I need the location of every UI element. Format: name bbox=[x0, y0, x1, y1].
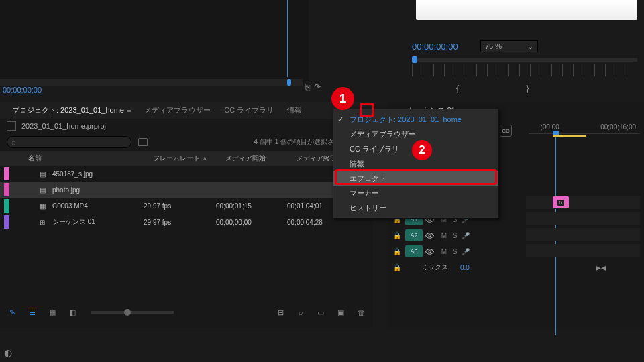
tab-cc-libraries[interactable]: CC ライブラリ bbox=[217, 103, 280, 118]
track-lane-a1[interactable] bbox=[526, 212, 640, 225]
menu-item-project[interactable]: プロジェクト: 2023_01_01_home bbox=[333, 112, 498, 127]
status-icon[interactable]: ◐ bbox=[4, 347, 12, 358]
track-a2[interactable]: 🔒 A2 M S 🎤 bbox=[392, 228, 640, 243]
menu-item-markers[interactable]: マーカー bbox=[333, 186, 498, 200]
annotation-highlight-1 bbox=[360, 103, 374, 117]
cc-badge[interactable]: CC bbox=[500, 125, 512, 137]
search-input[interactable]: ⌕ bbox=[7, 136, 131, 148]
track-label-a3[interactable]: A3 bbox=[405, 245, 423, 257]
project-row[interactable]: ▦ C0003.MP4 29.97 fps 00;00;01;15 00;01;… bbox=[0, 198, 373, 214]
lift-icon[interactable]: ⎘ bbox=[305, 82, 310, 92]
voice-record-icon[interactable]: 🎤 bbox=[460, 248, 471, 255]
panel-menu-icon[interactable]: ≡ bbox=[127, 106, 131, 114]
clip-photo[interactable]: fx bbox=[553, 196, 569, 208]
track-lane-v1[interactable]: fx bbox=[526, 196, 640, 209]
source-monitor bbox=[0, 0, 309, 86]
project-footer: ✎ ☰ ▦ ◧ ⊟ ⌕ ▭ ▣ 🗑 bbox=[0, 304, 366, 321]
project-row[interactable]: ▤ photo.jpg bbox=[0, 182, 373, 198]
label-swatch[interactable] bbox=[4, 215, 9, 229]
label-swatch[interactable] bbox=[4, 199, 9, 213]
mark-out-icon[interactable]: } bbox=[526, 83, 529, 93]
voice-record-icon[interactable]: 🎤 bbox=[460, 232, 471, 239]
menu-item-history[interactable]: ヒストリー bbox=[333, 200, 498, 215]
mute-button[interactable]: M bbox=[439, 232, 449, 239]
search-icon: ⌕ bbox=[11, 138, 16, 146]
timeline-ruler[interactable]: ;00;00 00;00;16;00 bbox=[529, 123, 640, 134]
menu-item-media-browser[interactable]: メディアブラウザー bbox=[333, 127, 498, 141]
mix-track[interactable]: 🔒 ミックス 0.0 ▶◀ bbox=[392, 260, 640, 275]
tab-info[interactable]: 情報 bbox=[280, 103, 309, 118]
svg-point-3 bbox=[429, 250, 431, 252]
find-icon[interactable]: ⌕ bbox=[295, 307, 306, 318]
col-media-start[interactable]: メディア開始 bbox=[225, 154, 297, 163]
col-frame-rate[interactable]: フレームレート∧ bbox=[153, 154, 225, 163]
source-timecode[interactable]: 00;00;00;00 bbox=[3, 86, 42, 94]
program-timecode[interactable]: 00;00;00;00 bbox=[412, 42, 458, 52]
toggle-output-icon[interactable] bbox=[425, 231, 439, 240]
freeform-view-icon[interactable]: ◧ bbox=[67, 307, 78, 318]
annotation-badge-2: 2 bbox=[412, 140, 432, 160]
video-icon: ▦ bbox=[38, 201, 47, 210]
project-file-icon[interactable] bbox=[7, 121, 16, 131]
panel-overflow-menu: プロジェクト: 2023_01_01_home メディアブラウザー CC ライブ… bbox=[333, 109, 499, 219]
solo-button[interactable]: S bbox=[449, 248, 460, 255]
track-a3[interactable]: 🔒 A3 M S 🎤 bbox=[392, 244, 640, 259]
program-monitor: 00;00;00;00 75 % ⌄ { } bbox=[402, 0, 644, 101]
lock-icon[interactable]: 🔒 bbox=[392, 232, 402, 239]
sequence-icon: ⊞ bbox=[38, 217, 47, 227]
tab-project[interactable]: プロジェクト: 2023_01_01_home≡ bbox=[5, 103, 138, 118]
output-icon[interactable]: ▶◀ bbox=[596, 264, 606, 272]
track-lane-a3[interactable] bbox=[526, 244, 640, 257]
toggle-output-icon[interactable] bbox=[425, 247, 439, 256]
thumbnail-size-slider[interactable] bbox=[91, 311, 174, 314]
project-rows: ▤ 450187_s.jpg ▤ photo.jpg ▦ C0003.MP4 2… bbox=[0, 166, 373, 230]
svg-point-2 bbox=[429, 234, 431, 236]
column-headers: 名前 フレームレート∧ メディア開始 メディア終了 bbox=[0, 151, 373, 166]
new-item-button[interactable]: ▣ bbox=[335, 307, 346, 318]
tab-media-browser[interactable]: メディアブラウザー bbox=[138, 103, 217, 118]
new-bin-icon[interactable]: ▭ bbox=[315, 307, 326, 318]
project-search-row: ⌕ 4 個中 1 個の項目が選択されました bbox=[0, 133, 373, 151]
icon-view-icon[interactable]: ▦ bbox=[47, 307, 58, 318]
project-row[interactable]: ⊞ シーケンス 01 29.97 fps 00;00;00;00 00;00;0… bbox=[0, 214, 373, 230]
col-name[interactable]: 名前 bbox=[24, 154, 153, 163]
chevron-down-icon: ⌄ bbox=[527, 42, 533, 51]
program-ruler[interactable] bbox=[412, 58, 637, 79]
project-filename: 2023_01_01_home.prproj bbox=[21, 122, 106, 130]
image-icon: ▤ bbox=[38, 169, 47, 178]
label-swatch[interactable] bbox=[4, 167, 9, 180]
menu-item-effects[interactable]: エフェクト bbox=[333, 171, 498, 186]
track-lane-a2[interactable] bbox=[526, 228, 640, 241]
sort-arrow-icon: ∧ bbox=[203, 155, 207, 162]
program-video-frame bbox=[416, 0, 637, 20]
label-swatch[interactable] bbox=[4, 183, 9, 196]
project-header: 2023_01_01_home.prproj bbox=[0, 119, 373, 133]
program-playhead[interactable] bbox=[412, 56, 417, 63]
new-item-icon[interactable]: ✎ bbox=[7, 307, 17, 318]
project-row[interactable]: ▤ 450187_s.jpg bbox=[0, 166, 373, 182]
mark-in-icon[interactable]: { bbox=[456, 83, 459, 93]
auto-sequence-icon[interactable]: ⊟ bbox=[275, 307, 286, 318]
source-playhead[interactable] bbox=[287, 0, 288, 77]
annotation-badge-1: 1 bbox=[331, 87, 354, 110]
mute-button[interactable]: M bbox=[439, 248, 449, 255]
bin-icon[interactable] bbox=[138, 138, 148, 146]
source-tool-icons: ⎘ ↷ bbox=[305, 82, 321, 92]
work-area-bar[interactable] bbox=[553, 135, 586, 137]
zoom-value: 75 % bbox=[485, 42, 502, 50]
project-panel: 2023_01_01_home.prproj ⌕ 4 個中 1 個の項目が選択さ… bbox=[0, 119, 373, 328]
track-label-a2[interactable]: A2 bbox=[405, 229, 423, 241]
lock-icon[interactable]: 🔒 bbox=[392, 248, 402, 255]
delete-icon[interactable]: 🗑 bbox=[356, 307, 366, 318]
list-view-icon[interactable]: ☰ bbox=[27, 307, 38, 318]
lock-icon[interactable]: 🔒 bbox=[392, 264, 402, 272]
program-zoom-select[interactable]: 75 % ⌄ bbox=[480, 40, 538, 52]
extract-icon[interactable]: ↷ bbox=[314, 82, 321, 92]
source-scrubber[interactable] bbox=[0, 79, 303, 86]
solo-button[interactable]: S bbox=[449, 232, 460, 239]
image-icon: ▤ bbox=[38, 185, 47, 194]
panel-tabs: プロジェクト: 2023_01_01_home≡ メディアブラウザー CC ライ… bbox=[0, 102, 373, 119]
